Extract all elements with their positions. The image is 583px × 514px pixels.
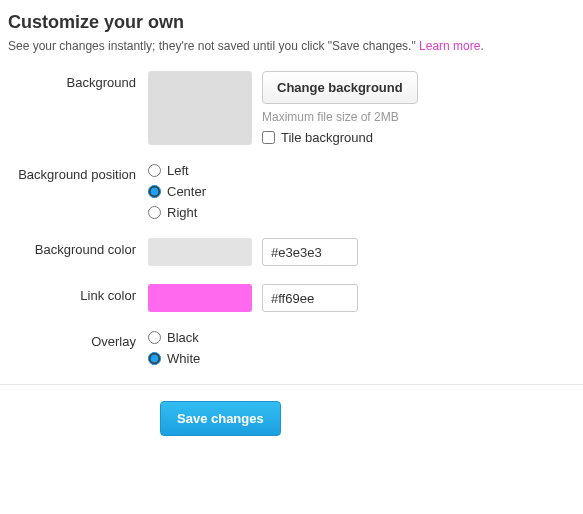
bgcolor-input[interactable]	[262, 238, 358, 266]
overlay-radio-white[interactable]	[148, 352, 161, 365]
position-radio-center[interactable]	[148, 185, 161, 198]
bgcolor-swatch[interactable]	[148, 238, 252, 266]
overlay-radio-black[interactable]	[148, 331, 161, 344]
page-title: Customize your own	[8, 12, 575, 33]
linkcolor-label: Link color	[8, 284, 148, 303]
background-preview	[148, 71, 252, 145]
position-radio-group: Left Center Right	[148, 163, 206, 220]
position-radio-left[interactable]	[148, 164, 161, 177]
position-radio-right[interactable]	[148, 206, 161, 219]
overlay-label: Overlay	[8, 330, 148, 349]
background-label: Background	[8, 71, 148, 90]
tile-background-checkbox[interactable]	[262, 131, 275, 144]
tile-background-label: Tile background	[281, 130, 373, 145]
learn-more-link[interactable]: Learn more	[419, 39, 480, 53]
overlay-radio-group: Black White	[148, 330, 200, 366]
linkcolor-swatch[interactable]	[148, 284, 252, 312]
linkcolor-input[interactable]	[262, 284, 358, 312]
change-background-button[interactable]: Change background	[262, 71, 418, 104]
file-size-hint: Maximum file size of 2MB	[262, 110, 418, 124]
divider	[0, 384, 583, 385]
position-label: Background position	[8, 163, 148, 182]
save-changes-button[interactable]: Save changes	[160, 401, 281, 436]
page-subtitle: See your changes instantly; they're not …	[8, 39, 575, 53]
bgcolor-label: Background color	[8, 238, 148, 257]
